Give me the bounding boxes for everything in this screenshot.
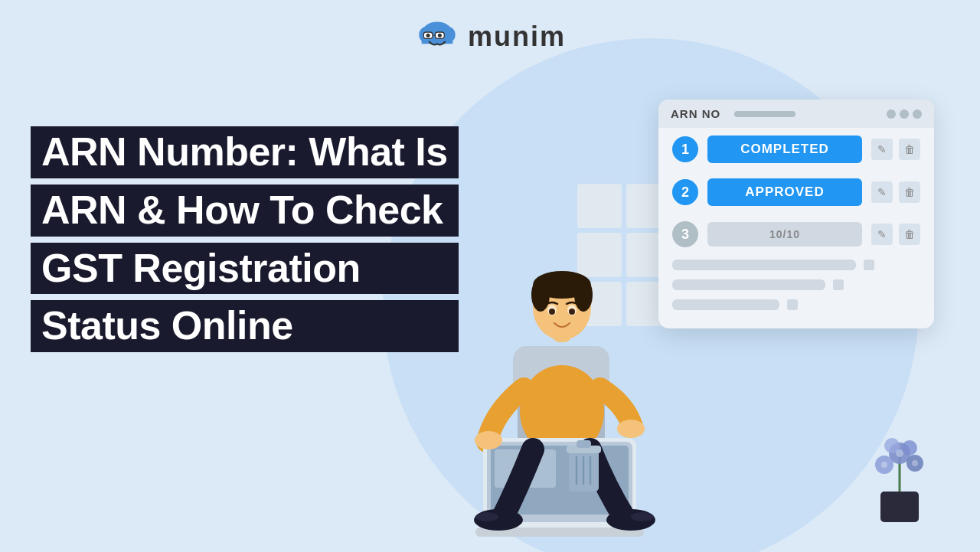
logo-container: munim (414, 15, 566, 57)
svg-point-45 (902, 440, 917, 456)
delete-icon-3[interactable]: 🗑 (899, 224, 920, 245)
svg-point-7 (426, 34, 430, 38)
svg-point-32 (631, 512, 654, 521)
svg-point-17 (574, 278, 593, 312)
logo-text: munim (468, 21, 566, 53)
munim-logo-icon (414, 15, 460, 57)
heading-line-1: ARN Number: What Is (31, 126, 459, 178)
svg-point-47 (881, 462, 887, 468)
approved-badge: APPROVED (707, 178, 862, 206)
placeholder-row-1 (658, 255, 934, 275)
svg-rect-35 (577, 440, 591, 448)
placeholder-bar-3 (672, 299, 779, 310)
placeholder-sq-2 (833, 279, 844, 290)
panel-row-3: 3 10/10 ✎ 🗑 (658, 214, 934, 255)
placeholder-bar-1 (672, 260, 856, 270)
delete-icon[interactable]: 🗑 (899, 139, 920, 160)
heading-line-4: Status Online (31, 300, 459, 352)
panel-row-2: 2 APPROVED ✎ 🗑 (658, 171, 934, 214)
trash-decoration (563, 434, 605, 506)
row-icons-3: ✎ 🗑 (871, 224, 920, 245)
panel-header-bar (734, 111, 795, 117)
svg-point-27 (475, 431, 502, 449)
panel-dot-1 (887, 109, 896, 119)
svg-point-21 (569, 309, 575, 315)
delete-icon-2[interactable]: 🗑 (899, 181, 920, 203)
svg-point-46 (896, 449, 903, 457)
placeholder-row-2 (658, 275, 934, 295)
plant-decoration (865, 426, 934, 529)
plant-svg (865, 426, 934, 526)
heading-line-2: ARN & How To Check (31, 185, 459, 237)
panel-dot-3 (913, 109, 922, 119)
placeholder-sq-3 (787, 299, 798, 310)
progress-badge: 10/10 (707, 222, 862, 247)
panel-header-title: ARN NO (671, 107, 720, 120)
placeholder-row-3 (658, 295, 934, 315)
edit-icon[interactable]: ✎ (871, 139, 893, 160)
completed-badge: COMPLETED (707, 136, 862, 163)
svg-point-8 (438, 34, 442, 38)
app-panel: ARN NO 1 COMPLETED ✎ 🗑 2 APPROVED ✎ 🗑 3 … (658, 100, 934, 328)
row-number-1: 1 (672, 136, 698, 162)
svg-point-28 (617, 420, 645, 438)
heading-line-3: GST Registration (31, 243, 459, 295)
placeholder-sq-1 (864, 260, 874, 270)
svg-point-16 (531, 278, 550, 312)
row-icons-1: ✎ 🗑 (871, 139, 920, 160)
svg-point-48 (912, 460, 918, 466)
trash-svg (563, 434, 605, 503)
panel-dot-2 (900, 109, 909, 119)
row-icons-2: ✎ 🗑 (871, 181, 920, 203)
svg-point-31 (475, 512, 498, 521)
heading-container: ARN Number: What Is ARN & How To Check G… (31, 126, 459, 358)
svg-rect-39 (880, 492, 919, 522)
svg-point-20 (549, 309, 555, 315)
panel-header: ARN NO (658, 100, 934, 128)
edit-icon-2[interactable]: ✎ (871, 181, 893, 203)
panel-header-dots (887, 109, 922, 119)
edit-icon-3[interactable]: ✎ (871, 224, 893, 245)
placeholder-bar-2 (672, 279, 825, 290)
panel-row-1: 1 COMPLETED ✎ 🗑 (658, 128, 934, 171)
